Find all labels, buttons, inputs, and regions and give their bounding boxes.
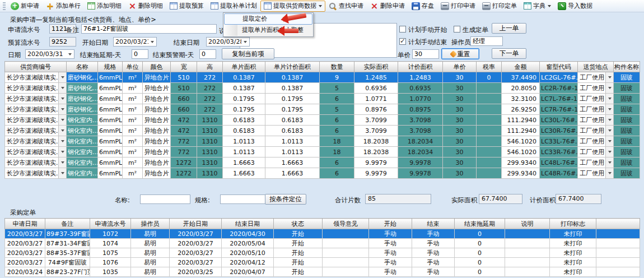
cell[interactable]: 5 [320, 104, 354, 115]
cell[interactable]: 固玻 [614, 136, 640, 147]
chevron-down-icon[interactable] [58, 72, 66, 82]
cell[interactable]: 6 [320, 168, 354, 179]
cell[interactable]: 手动 [369, 258, 412, 267]
cell[interactable]: 88#35-37F窗固玻 [45, 248, 90, 258]
cell[interactable]: LC48L-76#... [540, 157, 578, 168]
combo-cell[interactable]: 工厂使用 [578, 115, 614, 126]
cell[interactable]: 异地合片 [143, 147, 171, 157]
combo-cell[interactable]: 长沙市潇湘玻璃实... [5, 115, 67, 126]
cell[interactable]: LC33L-76#... [540, 136, 578, 147]
cell[interactable] [477, 147, 502, 157]
cell[interactable]: 开始 [274, 267, 323, 277]
cell[interactable]: 18.2038 [354, 136, 398, 147]
cell[interactable]: 手动 [369, 229, 412, 239]
column-header[interactable]: 窗型代码 [540, 62, 578, 72]
cell[interactable]: 0.1795 [265, 104, 320, 115]
cell[interactable]: 1.2485 [354, 72, 398, 83]
chevron-down-icon[interactable] [548, 5, 551, 9]
table-row[interactable]: 长沙市潇湘玻璃实...磨砂钢化...6mmPLE...m²异地合片6602720… [5, 94, 640, 104]
cell[interactable]: 6mmPLE... [98, 104, 123, 115]
operator-field[interactable] [470, 36, 503, 46]
cell[interactable]: 6mmPLE... [98, 115, 123, 126]
cell[interactable]: LC2GL-76#... [540, 72, 578, 83]
cell[interactable]: 18 [320, 147, 354, 157]
cell[interactable] [596, 248, 640, 258]
cell[interactable]: 1310 [197, 147, 223, 157]
combo-cell[interactable]: 长沙市潇湘玻璃实... [5, 94, 67, 104]
cell[interactable]: 异地合片 [143, 83, 171, 94]
cell[interactable]: 660 [171, 94, 197, 104]
combo-cell[interactable]: 工厂使用 [578, 104, 614, 115]
cell[interactable]: 钢化室内... [67, 136, 98, 147]
column-header[interactable]: 打印标志 [550, 219, 596, 229]
cell[interactable]: 272 [197, 72, 223, 83]
cell[interactable]: m² [123, 72, 143, 83]
cell[interactable]: 0 [477, 72, 502, 83]
column-header[interactable]: 数量 [320, 62, 354, 72]
cell[interactable]: 固玻 [614, 147, 640, 157]
cell[interactable] [505, 239, 550, 248]
table-row[interactable]: 2020/03/2774#9F窗固玻1076易明2020/03/272020/0… [5, 258, 640, 267]
cell[interactable] [323, 229, 369, 239]
cell[interactable]: 1.0771 [354, 94, 398, 104]
cell[interactable]: 5 [320, 83, 354, 94]
cell[interactable]: 2020/03/25 [170, 267, 222, 277]
chevron-down-icon[interactable] [605, 83, 613, 93]
table-row[interactable]: 2020/03/2787#31-34F窗固玻1074易明2020/03/2720… [5, 239, 640, 248]
manual-start-checkbox[interactable] [399, 26, 406, 33]
cell[interactable]: 0.8976 [354, 104, 398, 115]
cell[interactable]: 手动 [412, 267, 455, 277]
prev-order-button[interactable]: 上一单 [492, 23, 526, 34]
cell[interactable]: 易明 [131, 248, 170, 258]
cell[interactable]: 磨砂钢化... [67, 104, 98, 115]
combo-cell[interactable]: 工厂使用 [578, 94, 614, 104]
table-row[interactable]: 长沙市潇湘玻璃实...磨砂钢化...6mmPLE...m²异地合片6602720… [5, 104, 640, 115]
cell[interactable]: 32.3100 [502, 94, 540, 104]
cell[interactable] [505, 248, 550, 258]
toolbar-button-extract-supplier-data[interactable]: 提取供货商数据 [260, 1, 325, 12]
delay-field[interactable] [132, 49, 148, 59]
cell[interactable]: 89#37-39F窗固玻 [45, 229, 90, 239]
chevron-down-icon[interactable] [605, 157, 613, 168]
cell[interactable]: 易明 [131, 258, 170, 267]
cell[interactable]: 未打印 [550, 258, 596, 267]
cell[interactable] [596, 258, 640, 267]
cell[interactable]: 0 [455, 229, 505, 239]
cell[interactable]: 固玻 [614, 126, 640, 136]
column-header[interactable]: 领导意见 [323, 219, 369, 229]
cell[interactable]: m² [123, 147, 143, 157]
cell[interactable]: LC30L-76#... [540, 115, 578, 126]
cell[interactable]: 易明 [131, 239, 170, 248]
cell[interactable]: 0.1387 [223, 83, 265, 94]
cell[interactable]: 钢化室内... [67, 157, 98, 168]
cell[interactable]: 异地合片 [143, 72, 171, 83]
cell[interactable] [477, 115, 502, 126]
cell[interactable]: 异地合片 [143, 126, 171, 136]
column-header[interactable] [596, 219, 640, 229]
manual-end-checkbox[interactable] [399, 38, 406, 45]
cell[interactable]: 手动 [412, 229, 455, 239]
cell[interactable]: 272 [197, 83, 223, 94]
cell[interactable] [477, 94, 502, 104]
cell[interactable]: 1.0113 [265, 147, 320, 157]
cell[interactable] [323, 267, 369, 277]
cell[interactable]: 固玻 [614, 83, 640, 94]
toolbar-button-dictionary[interactable]: 字典 [520, 1, 554, 12]
cell[interactable]: 2020/03/27 [5, 258, 45, 267]
cell[interactable]: 2020/03/27 [170, 258, 222, 267]
cell[interactable]: 6mmPLE... [98, 168, 123, 179]
column-header[interactable]: 单片面积 [223, 62, 265, 72]
cell[interactable]: 9.9979 [354, 157, 398, 168]
cell[interactable]: m² [123, 136, 143, 147]
cell[interactable]: 0.6936 [354, 83, 398, 94]
cell[interactable]: 272 [197, 104, 223, 115]
toolbar-grip[interactable] [3, 2, 6, 10]
cell[interactable]: 30 [443, 94, 477, 104]
cell[interactable]: 88#23-27F门页玻 [45, 267, 90, 277]
cell[interactable]: 0.8975 [398, 104, 443, 115]
next-order-button[interactable]: 下一单 [492, 48, 526, 59]
chevron-down-icon[interactable] [241, 38, 249, 46]
column-header[interactable]: 规格 [98, 62, 123, 72]
chevron-down-icon[interactable] [319, 5, 322, 9]
cell[interactable]: 1310 [197, 168, 223, 179]
